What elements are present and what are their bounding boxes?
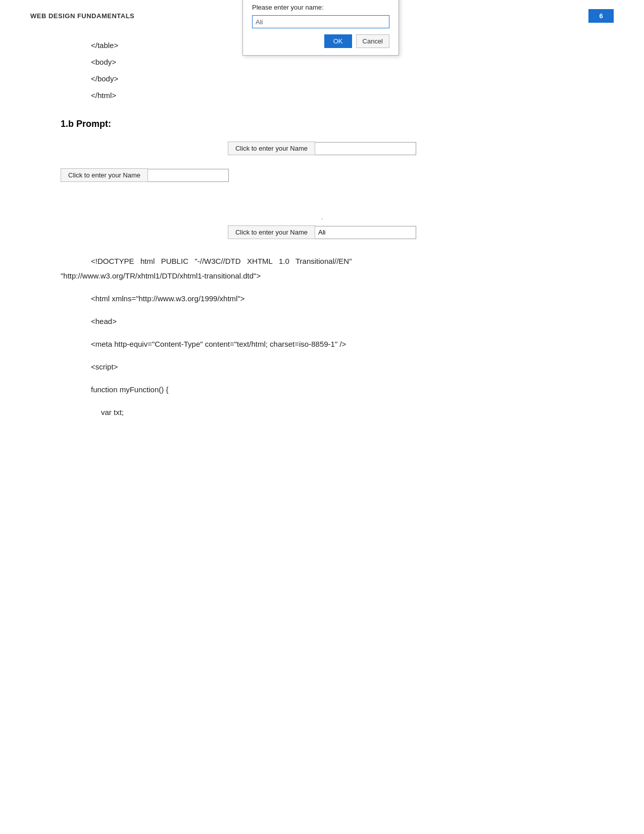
function-line: function myFunction() { [61, 383, 583, 396]
section-1b-heading: 1.b Prompt: [61, 119, 583, 129]
prompt-button-2[interactable]: Click to enter your Name [61, 168, 148, 182]
meta-line: <meta http-equiv="Content-Type" content=… [61, 337, 583, 351]
code-content-2: <!DOCTYPE html PUBLIC "-//W3C//DTD XHTML… [61, 254, 583, 419]
dialog-buttons: OK Cancel [252, 34, 389, 48]
dialog-cancel-button[interactable]: Cancel [356, 34, 389, 48]
prompt-input-1[interactable] [315, 142, 416, 155]
dialog-box: Please enter your name: OK Cancel [242, 0, 399, 56]
html-xmlns-line: <html xmlns="http://www.w3.org/1999/xhtm… [61, 292, 583, 305]
code-line-body-close: </body> [61, 70, 583, 87]
prompt-demo: Click to enter your Name Click to enter … [61, 142, 583, 239]
doctype-line: <!DOCTYPE html PUBLIC "-//W3C//DTD XHTML… [61, 254, 583, 268]
var-txt-line: var txt; [61, 405, 583, 419]
prompt-row-1: Click to enter your Name [61, 142, 583, 155]
prompt-button-1[interactable]: Click to enter your Name [228, 142, 315, 155]
content-area: </table> <body> </body> </html> 1.b Prom… [0, 32, 644, 440]
head-open-line: <head> [61, 314, 583, 328]
dialog-prompt-text: Please enter your name: [252, 4, 389, 11]
script-open-line: <script> [61, 360, 583, 374]
prompt-row-2-wrapper: Click to enter your Name Please enter yo… [61, 164, 583, 182]
prompt-button-3[interactable]: Click to enter your Name [228, 225, 315, 239]
dialog-ok-button[interactable]: OK [324, 34, 352, 48]
prompt-left-group: Click to enter your Name [61, 168, 229, 182]
prompt-input-3[interactable] [315, 226, 416, 239]
code-line-html-close: </html> [61, 87, 583, 104]
page-number-badge: 6 [588, 9, 614, 23]
header-title: WEB DESIGN FUNDAMENTALS [30, 12, 134, 20]
dot-separator: . [61, 212, 583, 221]
doctype-url-line: "http://www.w3.org/TR/xhtml1/DTD/xhtml1-… [61, 269, 583, 283]
dialog-input[interactable] [252, 15, 389, 28]
code-line-body-open: <body> [61, 54, 583, 70]
prompt-input-2[interactable] [148, 169, 229, 182]
prompt-row-3: Click to enter your Name [61, 225, 583, 239]
